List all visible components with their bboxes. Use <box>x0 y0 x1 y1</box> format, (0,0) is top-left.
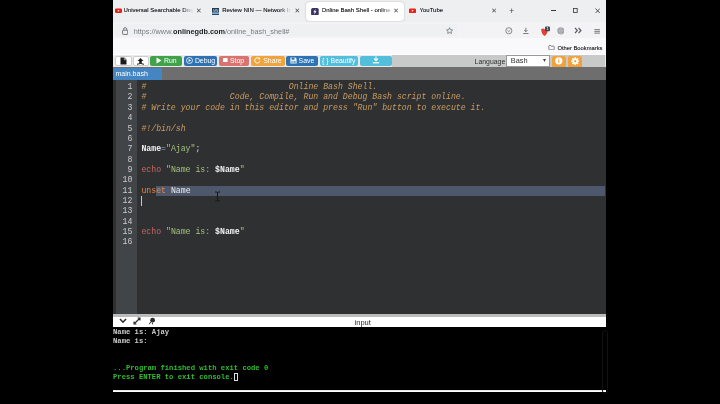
svg-text:MN: MN <box>213 8 219 12</box>
